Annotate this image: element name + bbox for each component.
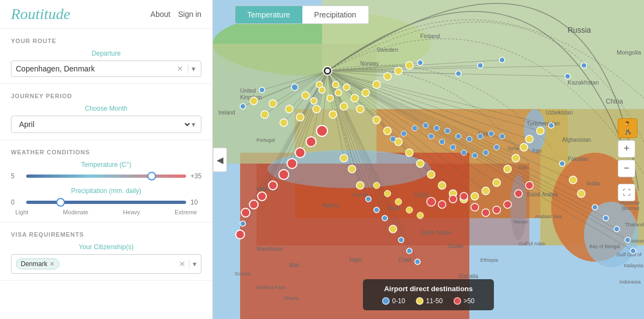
journey-period-title: JOURNEY PERIOD xyxy=(11,93,201,99)
svg-point-230 xyxy=(434,125,439,131)
citizenship-label: Your Citizenship(s) xyxy=(11,243,201,251)
your-route-title: YOUR ROUTE xyxy=(11,38,201,44)
svg-point-190 xyxy=(526,135,533,143)
precip-label-heavy: Heavy xyxy=(123,209,140,215)
month-select-row: April January February March May June Ju… xyxy=(11,116,201,133)
svg-point-142 xyxy=(565,74,570,79)
svg-point-167 xyxy=(340,103,348,110)
svg-point-245 xyxy=(373,182,380,189)
temp-slider-row: 5 +35 xyxy=(11,171,201,182)
fullscreen-button[interactable]: ⛶ xyxy=(618,184,635,201)
legend-label-high: >50 xyxy=(463,297,474,305)
route-lines-overlay xyxy=(213,0,644,319)
svg-point-189 xyxy=(520,143,528,151)
svg-point-172 xyxy=(395,67,402,75)
svg-point-240 xyxy=(482,209,490,216)
precip-slider-row: 0 10 xyxy=(11,197,201,208)
svg-point-211 xyxy=(327,95,333,101)
legend-dot-high xyxy=(454,297,461,305)
svg-point-193 xyxy=(577,190,585,197)
citizenship-arrow-icon[interactable]: ▾ xyxy=(189,260,196,268)
svg-point-171 xyxy=(384,73,391,80)
svg-point-218 xyxy=(439,139,445,145)
legend-title: Airport direct destinations xyxy=(372,285,485,293)
svg-point-223 xyxy=(494,145,499,150)
precip-label-light: Light xyxy=(15,209,28,215)
svg-point-165 xyxy=(313,105,320,113)
tab-precipitation[interactable]: Precipitation xyxy=(302,6,368,23)
departure-input[interactable] xyxy=(16,64,172,73)
tab-temperature[interactable]: Temperature xyxy=(235,6,302,23)
temp-slider-label: Temperature (C°) xyxy=(11,161,201,168)
svg-point-145 xyxy=(548,123,554,128)
svg-point-153 xyxy=(407,248,412,254)
svg-line-96 xyxy=(327,71,516,158)
logo: Routitude xyxy=(11,5,70,23)
choose-month-label: Choose Month xyxy=(11,105,201,112)
visa-requirements-title: VISA REQUIREMENTS xyxy=(11,231,201,238)
svg-point-160 xyxy=(296,113,304,121)
svg-point-196 xyxy=(356,182,364,189)
svg-point-169 xyxy=(362,89,369,97)
journey-period-section: JOURNEY PERIOD Choose Month April Januar… xyxy=(0,84,212,140)
about-link[interactable]: About xyxy=(151,10,171,19)
departure-arrow-icon[interactable]: ▾ xyxy=(188,64,196,73)
denmark-tag-label: Denmark xyxy=(21,260,47,268)
svg-point-147 xyxy=(603,215,609,221)
citizenship-tag-input[interactable] xyxy=(62,260,176,268)
svg-point-233 xyxy=(401,131,407,136)
svg-point-186 xyxy=(493,179,500,186)
svg-point-181 xyxy=(438,182,446,189)
precip-slider[interactable] xyxy=(26,201,186,204)
month-select[interactable]: April January February March May June Ju… xyxy=(17,119,192,129)
zoom-in-button[interactable]: + xyxy=(618,140,635,158)
svg-line-125 xyxy=(327,71,568,76)
svg-point-178 xyxy=(406,149,413,157)
svg-point-195 xyxy=(348,165,356,173)
signin-link[interactable]: Sign in xyxy=(178,10,201,19)
legend-dot-low xyxy=(382,297,390,305)
svg-point-166 xyxy=(329,111,337,118)
citizenship-clear-icon[interactable]: ✕ xyxy=(178,260,187,268)
month-select-arrow-icon: ▾ xyxy=(192,120,195,129)
svg-line-98 xyxy=(327,71,529,139)
svg-point-168 xyxy=(351,94,359,102)
legend-dot-mid xyxy=(416,297,424,305)
svg-point-212 xyxy=(311,98,317,104)
temp-slider[interactable] xyxy=(26,174,186,178)
departure-clear-icon[interactable]: ✕ xyxy=(176,64,184,73)
svg-point-174 xyxy=(356,105,364,113)
svg-point-221 xyxy=(472,153,478,158)
svg-point-198 xyxy=(317,125,327,136)
svg-point-185 xyxy=(482,187,490,195)
legend-label-mid: 11-50 xyxy=(426,297,443,305)
svg-point-141 xyxy=(499,57,505,63)
svg-point-222 xyxy=(483,150,488,155)
svg-point-200 xyxy=(295,148,305,158)
denmark-tag-close-icon[interactable]: ✕ xyxy=(50,261,55,268)
temp-min-label: 5 xyxy=(11,172,22,180)
legend-item-high: >50 xyxy=(454,297,474,305)
legend-label-low: 0-10 xyxy=(392,297,405,305)
zoom-out-button[interactable]: − xyxy=(618,160,635,177)
svg-point-220 xyxy=(461,150,467,155)
your-route-section: YOUR ROUTE Departure ✕ ▾ xyxy=(0,29,212,84)
svg-point-213 xyxy=(335,89,342,96)
svg-point-243 xyxy=(515,190,522,197)
departure-input-row: ✕ ▾ xyxy=(11,61,201,77)
svg-point-180 xyxy=(427,171,435,178)
street-view-icon[interactable]: 🚶 xyxy=(618,118,637,138)
svg-point-175 xyxy=(373,116,380,124)
svg-point-199 xyxy=(306,137,316,147)
departure-label: Departure xyxy=(11,50,201,57)
svg-point-225 xyxy=(488,131,494,136)
map-tabs: Temperature Precipitation xyxy=(235,5,369,24)
svg-point-157 xyxy=(366,196,371,202)
svg-point-138 xyxy=(418,60,423,65)
svg-point-205 xyxy=(249,200,258,209)
svg-point-246 xyxy=(384,190,391,197)
svg-point-232 xyxy=(412,125,418,131)
svg-point-219 xyxy=(450,145,456,150)
map-legend: Airport direct destinations 0-10 11-50 >… xyxy=(363,279,494,310)
map-collapse-button[interactable]: ◀ xyxy=(213,147,227,172)
